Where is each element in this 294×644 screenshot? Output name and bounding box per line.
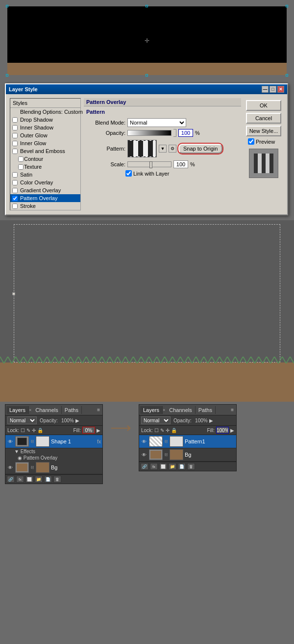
ok-button[interactable]: OK [246,100,281,111]
tab-channels-right[interactable]: Channels [166,406,195,414]
opacity-percent: % [195,130,200,136]
transform-handle-bl[interactable] [6,74,8,77]
style-item-gradient-overlay[interactable]: Gradient Overlay [10,186,80,194]
pattern-overlay-checkbox[interactable] [12,196,18,201]
opacity-arrow-left[interactable]: ▶ [75,418,79,423]
style-item-contour[interactable]: Contour [10,155,80,163]
layer-row-pattern1[interactable]: 👁 ⛓ Pattern1 [139,435,236,448]
tab-paths-left[interactable]: Paths [62,406,82,414]
add-mask-btn-right[interactable]: ⬜ [159,463,167,470]
scale-row: Scale: % [84,159,241,169]
style-item-drop-shadow[interactable]: Drop Shadow [10,116,80,124]
lock-padlock-icon[interactable]: 🔒 [37,428,43,433]
fill-arrow-right[interactable]: ▶ [230,428,234,433]
visibility-icon-bg-right[interactable]: 👁 [141,451,147,458]
color-overlay-checkbox[interactable] [12,180,18,185]
link-layer-checkbox[interactable] [125,170,132,177]
opacity-val-right: 100% [193,418,208,423]
mode-select-right[interactable]: Normal [141,416,171,424]
style-item-color-overlay[interactable]: Color Overlay [10,179,80,186]
new-layer-btn[interactable]: 📄 [44,476,52,483]
close-button[interactable]: ✕ [277,86,284,93]
delete-layer-btn[interactable]: 🗑 [53,476,61,483]
add-mask-btn[interactable]: ⬜ [25,476,33,483]
transform-handle-tl[interactable] [6,5,8,7]
outer-glow-checkbox[interactable] [12,133,18,138]
transform-handle-br[interactable] [286,74,288,77]
maximize-button[interactable]: □ [270,86,276,93]
layer-row-shape1[interactable]: 👁 ⛓ Shape 1 fx [5,435,102,448]
lock-box-icon-right[interactable]: ☐ [154,428,159,433]
texture-checkbox[interactable] [18,164,24,170]
style-item-inner-glow[interactable]: Inner Glow [10,139,80,147]
opacity-slider[interactable] [127,130,172,136]
stroke-checkbox[interactable] [12,204,18,209]
layer-row-bg-right[interactable]: 👁 ⛓ Bg [139,448,236,462]
fill-arrow-left[interactable]: ▶ [97,428,100,433]
fill-val-left[interactable] [82,427,95,434]
panel-menu-right[interactable]: ≡ [229,407,235,412]
minimize-button[interactable]: — [262,86,269,93]
selection-handle-left[interactable] [12,292,15,295]
lock-brush-icon[interactable]: ✎ [26,428,30,433]
bevel-emboss-checkbox[interactable] [12,149,18,154]
opacity-row: Opacity: % [84,128,241,138]
opacity-value-input[interactable] [178,129,193,137]
pattern-preview-swatch[interactable] [127,140,157,157]
link-layers-btn[interactable]: 🔗 [7,476,15,483]
style-item-bevel-emboss[interactable]: Bevel and Emboss [10,147,80,155]
scale-value-input[interactable] [173,160,188,168]
tab-close-right[interactable]: × [163,408,165,412]
transform-handle-bc[interactable] [146,74,148,77]
layer-fx-shape1[interactable]: fx [97,439,101,444]
link-layers-btn-right[interactable]: 🔗 [141,463,148,470]
delete-layer-btn-right[interactable]: 🗑 [187,463,195,470]
cancel-button[interactable]: Cancel [246,113,281,124]
transform-handle-tc[interactable] [146,5,148,7]
pattern-dropdown-button[interactable]: ▼ [159,145,167,153]
blending-options-item[interactable]: Blending Options: Custom [10,108,80,116]
visibility-icon-pattern1[interactable]: 👁 [141,438,147,445]
visibility-icon-bg-left[interactable]: 👁 [7,464,14,471]
style-item-texture[interactable]: Texture [10,163,80,171]
lock-box-icon[interactable]: ☐ [21,428,25,433]
new-style-button[interactable]: New Style... [246,126,281,136]
visibility-icon-shape1[interactable]: 👁 [7,438,14,445]
inner-glow-checkbox[interactable] [12,141,18,146]
opacity-arrow-right[interactable]: ▶ [209,418,213,423]
new-group-btn[interactable]: 📁 [35,476,43,483]
contour-checkbox[interactable] [18,156,24,162]
tab-layers-right[interactable]: Layers [140,406,163,414]
lock-move-icon[interactable]: ✛ [32,428,36,433]
drop-shadow-checkbox[interactable] [12,117,18,123]
add-style-btn-right[interactable]: fx [150,463,158,470]
panel-menu-left[interactable]: ≡ [96,407,101,412]
style-item-satin[interactable]: Satin [10,171,80,179]
satin-checkbox[interactable] [12,172,18,178]
gradient-overlay-checkbox[interactable] [12,188,18,193]
new-group-btn-right[interactable]: 📁 [169,463,176,470]
scale-slider[interactable] [127,161,172,167]
inner-shadow-checkbox[interactable] [12,125,18,130]
mode-select-left[interactable]: Normal [7,416,37,424]
add-style-btn[interactable]: fx [16,476,24,483]
tab-close-left[interactable]: × [29,408,31,412]
blend-mode-select[interactable]: Normal Multiply Screen [127,118,186,127]
style-item-inner-shadow[interactable]: Inner Shadow [10,124,80,131]
tab-channels-left[interactable]: Channels [32,406,61,414]
transform-handle-tr[interactable] [286,5,288,7]
preview-checkbox[interactable] [248,138,254,145]
fill-val-right[interactable] [216,427,229,434]
pattern-options-button[interactable]: ⚙ [169,145,176,153]
style-item-stroke[interactable]: Stroke [10,202,80,210]
style-item-pattern-overlay[interactable]: Pattern Overlay [10,194,80,202]
layer-row-bg-left[interactable]: 👁 ⛓ Bg [5,461,102,474]
tab-paths-right[interactable]: Paths [196,406,216,414]
lock-move-icon-right[interactable]: ✛ [166,428,170,433]
lock-brush-icon-right[interactable]: ✎ [160,428,164,433]
tab-layers-left[interactable]: Layers [6,406,29,414]
new-layer-btn-right[interactable]: 📄 [178,463,186,470]
style-item-outer-glow[interactable]: Outer Glow [10,131,80,139]
lock-padlock-icon-right[interactable]: 🔒 [171,428,177,433]
snap-to-origin-button[interactable]: Snap to Origin [178,144,222,154]
